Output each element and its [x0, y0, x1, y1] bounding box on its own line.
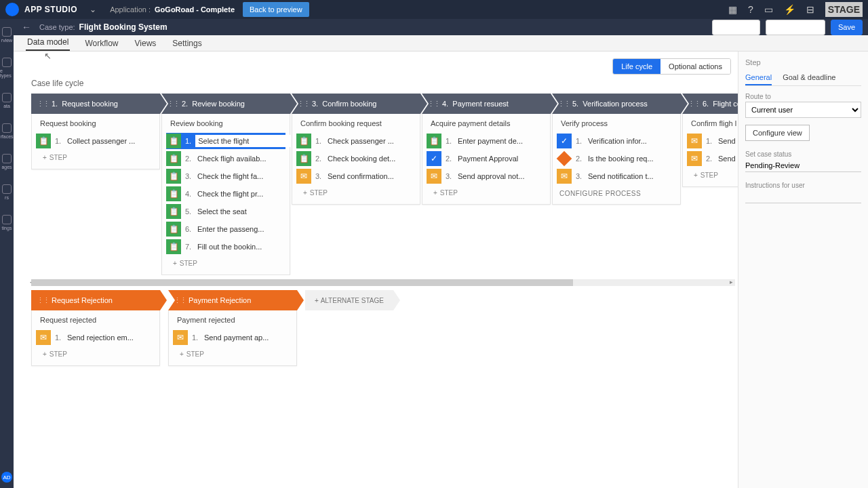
- add-step-button[interactable]: +STEP: [296, 186, 416, 200]
- tab-data-model[interactable]: Data model: [26, 35, 70, 51]
- rail-interfaces[interactable]: rfaces: [0, 123, 13, 139]
- toggle-optional[interactable]: Optional actions: [660, 59, 730, 74]
- step-row[interactable]: ✉ 1. Send payment ap...: [173, 329, 292, 346]
- step-number: 1.: [192, 333, 200, 342]
- step-number: 1.: [55, 333, 63, 342]
- step-row[interactable]: ✉ 1. Send rejection em...: [36, 329, 155, 346]
- step-row[interactable]: 📋 2. Check fligh availab...: [166, 150, 285, 167]
- step-row[interactable]: ✉ 3. Send notification t...: [557, 168, 676, 184]
- save-button[interactable]: Save: [831, 20, 863, 35]
- stage-header[interactable]: ⋮⋮ Payment Rejection: [168, 290, 297, 310]
- adjust-icon[interactable]: ⊟: [806, 4, 814, 15]
- process-name[interactable]: Confirm fligh l: [683, 114, 738, 131]
- add-step-button[interactable]: +STEP: [687, 168, 738, 182]
- tab-settings[interactable]: Settings: [171, 36, 203, 51]
- stage-header[interactable]: ⋮⋮ 4. Payment resuest: [422, 94, 551, 114]
- stage-header[interactable]: ⋮⋮ Request Rejection: [31, 290, 160, 310]
- rail-overview[interactable]: rview: [1, 27, 12, 43]
- process-name[interactable]: Review booking: [162, 114, 290, 131]
- user-badge[interactable]: AD: [1, 472, 12, 483]
- step-name: Check booking det...: [328, 155, 416, 163]
- step-name: Payment Approval: [458, 155, 546, 163]
- step-type-icon: ✓: [427, 151, 441, 166]
- rail-casetypes[interactable]: e types: [0, 58, 14, 78]
- step-row[interactable]: ✉ 2. Send: [687, 150, 738, 167]
- step-type-icon: 📋: [296, 151, 311, 166]
- step-name: Fill out the bookin...: [197, 243, 285, 251]
- horizontal-scrollbar[interactable]: ◂ ▸: [31, 279, 735, 286]
- step-row[interactable]: ✓ 1. Verification infor...: [557, 133, 676, 149]
- scroll-thumb[interactable]: [31, 279, 573, 286]
- step-row[interactable]: ✉ 1. Send: [687, 133, 738, 149]
- alternate-stages-row: ⋮⋮ Request Rejection Request rejected ✉ …: [31, 290, 738, 366]
- process-name[interactable]: Request booking: [32, 114, 159, 131]
- process-name[interactable]: Request rejected: [32, 310, 159, 328]
- step-row[interactable]: 📋 5. Select the seat: [166, 203, 285, 220]
- stage-header[interactable]: ⋮⋮ 5. Verification process: [552, 94, 681, 114]
- step-row[interactable]: 📋 7. Fill out the bookin...: [166, 239, 285, 255]
- step-name: Verification infor...: [588, 137, 676, 145]
- stage-name: Verification process: [583, 100, 647, 108]
- tab-workflow[interactable]: Workflow: [83, 36, 119, 51]
- plus-icon: +: [43, 154, 47, 161]
- step-row[interactable]: 📋 4. Check the flight pr...: [166, 186, 285, 202]
- actions-button[interactable]: Actions⌄: [712, 20, 760, 35]
- add-step-button[interactable]: +STEP: [173, 347, 292, 361]
- step-name-input[interactable]: [195, 135, 294, 147]
- save-and-run-button[interactable]: Save and run: [766, 20, 825, 35]
- panel-tab-goal[interactable]: Goal & deadline: [783, 70, 835, 85]
- process-name[interactable]: Verify process: [553, 114, 680, 131]
- toggle-lifecycle[interactable]: Life cycle: [613, 59, 660, 74]
- grid-icon[interactable]: ▦: [728, 4, 737, 15]
- back-to-preview-button[interactable]: Back to preview: [243, 2, 309, 17]
- configure-view-button[interactable]: Configure view: [745, 125, 810, 141]
- rail-data[interactable]: ata: [2, 93, 12, 108]
- step-row[interactable]: 📋 6. Enter the passeng...: [166, 221, 285, 237]
- step-name: Send: [718, 155, 738, 163]
- stage-name: Review booking: [192, 100, 245, 108]
- step-type-icon: ✉: [296, 169, 311, 184]
- back-arrow-icon[interactable]: ←: [22, 22, 31, 33]
- stage-header[interactable]: ⋮⋮ 1. Request booking: [31, 94, 160, 114]
- bolt-icon[interactable]: ⚡: [784, 4, 795, 15]
- step-row[interactable]: ✉ 3. Send approval not...: [427, 168, 546, 184]
- case-status-input[interactable]: [745, 159, 861, 172]
- step-row-selected[interactable]: 📋 1. 🗑: [166, 133, 285, 149]
- process-name[interactable]: Confirm booking request: [292, 114, 420, 131]
- panel-tab-general[interactable]: General: [745, 70, 772, 85]
- stage-header[interactable]: ⋮⋮ 3. Confirm booking: [292, 94, 420, 114]
- scroll-right-icon[interactable]: ▸: [730, 279, 736, 285]
- plus-icon: +: [173, 260, 177, 267]
- stage-number: 4.: [442, 100, 448, 108]
- configure-process-button[interactable]: CONFIGURE PROCESS: [553, 186, 680, 201]
- stage-header[interactable]: ⋮⋮ 6. Flight conf: [682, 94, 738, 114]
- help-icon[interactable]: ?: [748, 4, 753, 15]
- rail-users[interactable]: rs: [2, 184, 12, 200]
- chevron-down-icon[interactable]: ⌄: [90, 5, 96, 14]
- add-step-button[interactable]: +STEP: [166, 256, 285, 270]
- stage-header[interactable]: ⋮⋮ 2. Review booking: [161, 94, 290, 114]
- monitor-icon[interactable]: ▭: [764, 4, 773, 15]
- step-row[interactable]: 📋 2. Check booking det...: [296, 150, 416, 167]
- rail-pages[interactable]: ages: [1, 154, 12, 169]
- process-name[interactable]: Payment rejected: [169, 310, 296, 328]
- route-to-select[interactable]: Current user: [745, 102, 861, 118]
- step-row[interactable]: 📋 3. Check the flight fa...: [166, 168, 285, 184]
- rail-settings[interactable]: tings: [2, 215, 12, 230]
- add-step-button[interactable]: +STEP: [36, 347, 155, 361]
- step-row[interactable]: 2. Is the booking req...: [557, 150, 676, 167]
- step-row[interactable]: 📋 1. Check passenger ...: [296, 133, 416, 149]
- step-name: Check the flight pr...: [197, 190, 285, 198]
- add-step-button[interactable]: +STEP: [427, 186, 546, 200]
- tab-views[interactable]: Views: [134, 36, 158, 51]
- process-name[interactable]: Acquire payment details: [422, 114, 550, 131]
- step-row[interactable]: ✉ 3. Send confirmation...: [296, 168, 416, 184]
- grip-icon: ⋮⋮: [427, 100, 439, 108]
- step-row[interactable]: 📋 1. Collect passenger ...: [36, 133, 155, 149]
- stage-name: Request Rejection: [52, 296, 113, 304]
- add-step-button[interactable]: +STEP: [36, 150, 155, 165]
- instructions-input[interactable]: [745, 190, 861, 203]
- step-row[interactable]: ✓ 2. Payment Approval: [427, 150, 546, 167]
- step-row[interactable]: 📋 1. Enter payment de...: [427, 133, 546, 149]
- add-alternate-stage-button[interactable]: + ALTERNATE STAGE: [305, 290, 393, 310]
